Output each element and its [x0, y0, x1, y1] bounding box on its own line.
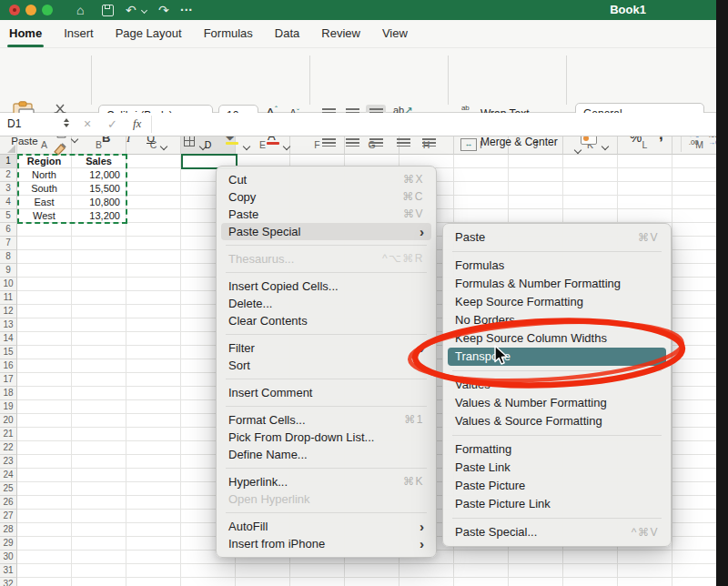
cell-l4[interactable] [618, 196, 672, 209]
row-header-1[interactable]: 1 [0, 155, 17, 168]
cell-j5[interactable] [509, 209, 563, 223]
col-header-l[interactable]: L [618, 136, 672, 155]
cell-b14[interactable] [72, 332, 126, 346]
menu-item-paste[interactable]: Paste⌘V [448, 228, 666, 247]
underline-dropdown[interactable] [161, 136, 167, 153]
cell-b28[interactable] [72, 523, 126, 537]
row-header-20[interactable]: 20 [0, 414, 17, 428]
cell-a12[interactable] [17, 305, 72, 318]
cell-c25[interactable] [126, 482, 181, 496]
row-header-32[interactable]: 32 [0, 578, 17, 586]
row-header-31[interactable]: 31 [0, 564, 17, 578]
cell-b10[interactable] [72, 278, 126, 291]
row-header-10[interactable]: 10 [0, 278, 17, 291]
fill-color-dropdown[interactable] [244, 136, 249, 153]
cell-c19[interactable] [126, 400, 181, 414]
cell-k32[interactable] [563, 578, 618, 586]
cell-l2[interactable] [618, 168, 672, 182]
cell-d31[interactable] [181, 564, 236, 578]
row-header-11[interactable]: 11 [0, 291, 17, 305]
cell-l32[interactable] [618, 578, 672, 586]
cell-b17[interactable] [72, 373, 126, 387]
cell-b24[interactable] [72, 469, 126, 482]
row-header-18[interactable]: 18 [0, 387, 17, 400]
cell-a27[interactable] [17, 510, 72, 523]
menu-item-copy[interactable]: Copy⌘C [221, 188, 431, 206]
cell-a7[interactable] [17, 237, 72, 250]
row-header-19[interactable]: 19 [0, 400, 17, 414]
row-header-7[interactable]: 7 [0, 237, 17, 250]
cell-b11[interactable] [72, 291, 126, 305]
cell-c9[interactable] [126, 264, 181, 278]
cell-e32[interactable] [236, 578, 290, 586]
cell-j2[interactable] [509, 168, 563, 182]
cell-j4[interactable] [509, 196, 563, 209]
cell-a8[interactable] [17, 250, 72, 264]
cell-c13[interactable] [126, 318, 181, 332]
cell-c32[interactable] [126, 578, 181, 586]
menu-item-keep-source-formatting[interactable]: Keep Source Formatting [448, 293, 666, 311]
cell-b20[interactable] [72, 414, 126, 428]
minimize-button[interactable] [25, 5, 36, 15]
menu-item-formulas[interactable]: Formulas [448, 257, 666, 275]
col-header-b[interactable]: B [72, 136, 126, 155]
redo-button[interactable]: ↷ [158, 0, 169, 20]
cell-h31[interactable] [399, 564, 454, 578]
cell-l31[interactable] [618, 564, 672, 578]
cell-c7[interactable] [126, 237, 181, 250]
font-color-dropdown[interactable] [284, 136, 289, 153]
cell-g32[interactable] [345, 578, 399, 586]
cell-b27[interactable] [72, 510, 126, 523]
row-header-8[interactable]: 8 [0, 250, 17, 264]
cell-c26[interactable] [126, 496, 181, 510]
cell-c24[interactable] [126, 469, 181, 482]
cell-k5[interactable] [563, 209, 618, 223]
cell-a10[interactable] [17, 278, 72, 291]
menu-item-insert-from-iphone[interactable]: Insert from iPhone› [221, 535, 431, 552]
cell-c30[interactable] [126, 551, 181, 564]
more-commands-button[interactable]: ··· [180, 0, 193, 20]
cell-b13[interactable] [72, 318, 126, 332]
cell-b6[interactable] [72, 223, 126, 237]
row-header-9[interactable]: 9 [0, 264, 17, 278]
cell-b12[interactable] [72, 305, 126, 318]
menu-item-values[interactable]: Values [448, 376, 666, 394]
row-header-17[interactable]: 17 [0, 373, 17, 387]
row-header-28[interactable]: 28 [0, 523, 17, 537]
cell-c16[interactable] [126, 359, 181, 373]
cell-i31[interactable] [454, 564, 509, 578]
cell-c1[interactable] [126, 155, 181, 168]
cell-b32[interactable] [72, 578, 126, 586]
cell-i30[interactable] [454, 551, 509, 564]
cell-a9[interactable] [17, 264, 72, 278]
cell-a11[interactable] [17, 291, 72, 305]
cell-c17[interactable] [126, 373, 181, 387]
menu-item-sort[interactable]: Sort› [221, 357, 431, 374]
cell-j3[interactable] [509, 182, 563, 196]
cell-c4[interactable] [126, 196, 181, 209]
cell-b31[interactable] [72, 564, 126, 578]
cancel-button[interactable]: × [84, 116, 91, 131]
name-box[interactable]: D1 [7, 117, 21, 130]
row-header-6[interactable]: 6 [0, 223, 17, 237]
cell-l5[interactable] [618, 209, 672, 223]
cell-c28[interactable] [126, 523, 181, 537]
cell-b25[interactable] [72, 482, 126, 496]
row-header-14[interactable]: 14 [0, 332, 17, 346]
menu-item-filter[interactable]: Filter› [221, 339, 431, 357]
cell-b16[interactable] [72, 359, 126, 373]
cell-c18[interactable] [126, 387, 181, 400]
accounting-dropdown[interactable] [602, 136, 608, 153]
tab-insert[interactable]: Insert [64, 20, 94, 47]
cell-c20[interactable] [126, 414, 181, 428]
cell-c29[interactable] [126, 537, 181, 551]
save-icon[interactable] [102, 0, 114, 20]
cell-c31[interactable] [126, 564, 181, 578]
row-header-29[interactable]: 29 [0, 537, 17, 551]
cell-c6[interactable] [126, 223, 181, 237]
cell-i3[interactable] [454, 182, 509, 196]
cell-a22[interactable] [17, 441, 72, 455]
menu-item-format-cells[interactable]: Format Cells...⌘1 [221, 411, 431, 429]
cell-a14[interactable] [17, 332, 72, 346]
menu-item-values-source-formatting[interactable]: Values & Source Formatting [448, 412, 666, 430]
